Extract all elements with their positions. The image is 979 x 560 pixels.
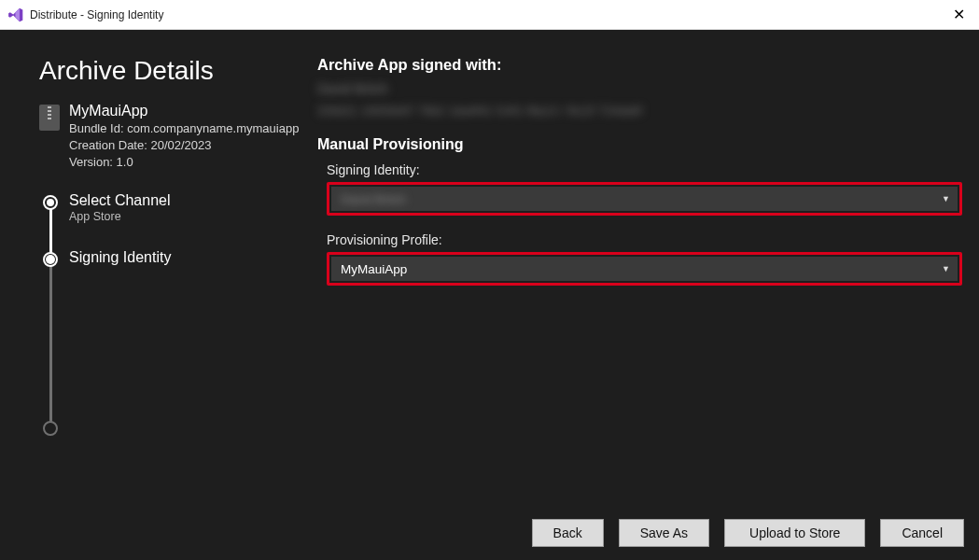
visual-studio-icon [7,7,24,23]
archive-details-heading: Archive Details [39,56,299,86]
step-select-channel[interactable]: Select Channel App Store [43,192,299,223]
provisioning-profile-highlight: MyMauiApp ▼ [327,252,962,286]
step-label: Select Channel [69,192,171,209]
titlebar: Distribute - Signing Identity ✕ [0,0,979,30]
manual-provisioning-title: Manual Provisioning [317,136,962,153]
creation-date-line: Creation Date: 20/02/2023 [69,137,299,154]
chevron-down-icon: ▼ [942,194,950,203]
save-as-button[interactable]: Save As [619,519,709,547]
signing-identity-highlight: David Britch ▼ [327,182,962,216]
chevron-down-icon: ▼ [942,264,950,273]
signed-with-detail: 328d21 10830e67 76b2 1da4f41 f14f1 f8a13… [317,103,962,119]
step-dot-future-icon [43,421,58,436]
wizard-steps: Select Channel App Store Signing Identit… [39,192,299,436]
version-line: Version: 1.0 [69,154,299,171]
footer-buttons: Back Save As Upload to Store Cancel [0,508,979,560]
step-dot-completed-icon [43,195,58,210]
archive-icon [39,105,60,131]
dialog-body: Archive Details MyMauiApp Bundle Id: com… [0,30,979,560]
signed-with-name: David Britch [317,79,962,99]
provisioning-profile-dropdown[interactable]: MyMauiApp ▼ [331,257,958,281]
step-future [43,418,299,436]
dialog-window: Distribute - Signing Identity ✕ Archive … [0,0,979,560]
provisioning-profile-label: Provisioning Profile: [327,232,962,247]
window-title: Distribute - Signing Identity [30,8,945,21]
signing-identity-dropdown[interactable]: David Britch ▼ [331,187,958,211]
app-info: MyMauiApp Bundle Id: com.companyname.mym… [39,103,299,172]
step-signing-identity[interactable]: Signing Identity [43,249,299,267]
signing-identity-value: David Britch [341,192,406,206]
signed-with-title: Archive App signed with: [317,56,962,74]
app-name: MyMauiApp [69,103,299,119]
close-button[interactable]: ✕ [945,2,972,28]
upload-to-store-button[interactable]: Upload to Store [724,519,865,547]
step-sublabel: App Store [69,210,171,223]
back-button[interactable]: Back [532,519,604,547]
cancel-button[interactable]: Cancel [880,519,964,547]
right-panel: Archive App signed with: David Britch 32… [317,30,979,508]
left-panel: Archive Details MyMauiApp Bundle Id: com… [0,30,317,508]
bundle-id-line: Bundle Id: com.companyname.mymauiapp [69,120,299,137]
step-label: Signing Identity [69,249,171,266]
provisioning-profile-value: MyMauiApp [341,262,407,276]
step-dot-current-icon [43,252,58,267]
signing-identity-label: Signing Identity: [327,162,962,177]
